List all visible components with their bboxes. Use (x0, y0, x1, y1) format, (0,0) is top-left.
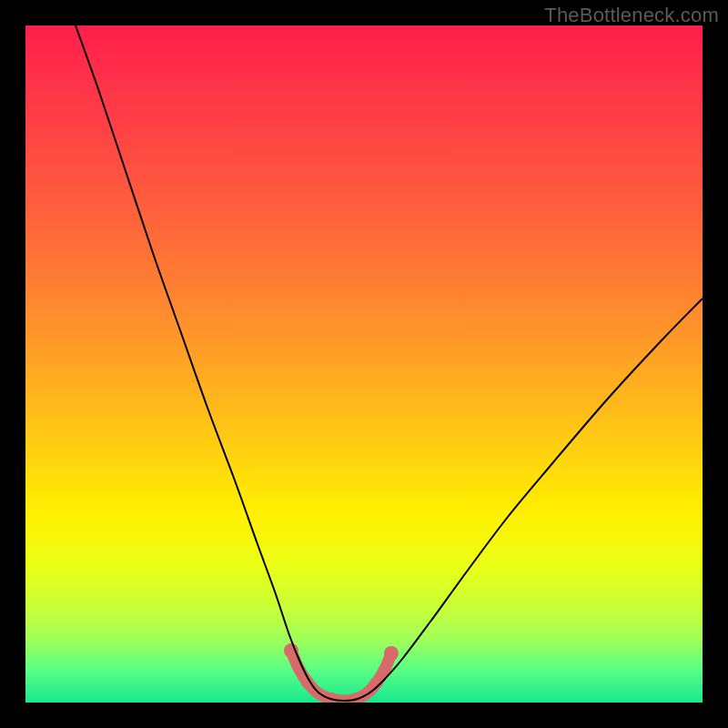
watermark-text: TheBottleneck.com (544, 4, 719, 27)
chart-plot-area (25, 25, 703, 703)
curve-layer (25, 25, 703, 703)
tolerance-end-dot (384, 646, 399, 661)
bottleneck-curve (76, 25, 703, 701)
chart-frame: TheBottleneck.com (0, 0, 728, 728)
tolerance-end-dot (284, 643, 298, 658)
